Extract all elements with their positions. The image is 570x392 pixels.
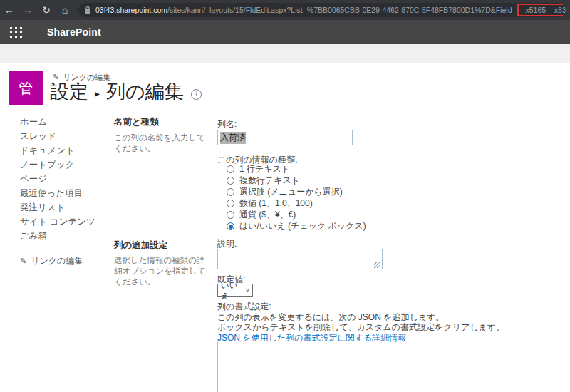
sidebar-item-documents[interactable]: ドキュメント xyxy=(20,143,95,158)
section-title-additional: 列の追加設定 xyxy=(114,239,167,252)
pencil-icon: ✎ xyxy=(20,257,26,266)
radio-single-line-text[interactable]: 1 行テキスト xyxy=(227,164,366,175)
breadcrumb-separator-icon: ▸ xyxy=(95,88,100,99)
radio-yes-no[interactable]: はい/いいえ (チェック ボックス) xyxy=(227,221,366,232)
radio-icon[interactable] xyxy=(227,165,234,173)
address-bar[interactable]: 03f43.sharepoint.com/sites/kanri/_layout… xyxy=(78,3,566,17)
radio-icon-selected[interactable] xyxy=(227,222,234,230)
radio-choice[interactable]: 選択肢 (メニューから選択) xyxy=(227,187,366,197)
sidebar-item-order-list[interactable]: 発注リスト xyxy=(20,200,95,215)
radio-label[interactable]: 複数行テキスト xyxy=(239,175,300,187)
page-title: 設定 ▸ 列の編集 i xyxy=(50,79,202,105)
column-formatting-json-textarea[interactable] xyxy=(217,341,383,392)
chevron-down-icon: ∨ xyxy=(245,287,249,294)
radio-label[interactable]: 数値 (1、1.0、100) xyxy=(239,197,313,210)
info-icon[interactable]: i xyxy=(191,89,202,100)
default-value-selected: いいえ xyxy=(221,280,243,301)
sidebar-item-site-contents[interactable]: サイト コンテンツ xyxy=(20,215,95,229)
column-name-label: 列名: xyxy=(217,118,237,130)
radio-label[interactable]: はい/いいえ (チェック ボックス) xyxy=(239,220,366,232)
url-field-highlight-annotation: _x5165__x8377__x6e08_ xyxy=(517,4,566,16)
radio-icon[interactable] xyxy=(227,211,234,219)
radio-icon[interactable] xyxy=(227,188,234,196)
command-bar-band xyxy=(0,44,570,63)
formatting-instruction-2: ボックスからテキストを削除して、カスタムの書式設定をクリアします。 xyxy=(217,322,504,333)
radio-label[interactable]: 1 行テキスト xyxy=(239,163,290,175)
sidebar-item-thread[interactable]: スレッド xyxy=(20,129,95,143)
section-desc-name-type: この列の名前を入力してください。 xyxy=(114,133,212,154)
sharepoint-title[interactable]: SharePoint xyxy=(47,26,101,38)
page-title-label: 列の編集 xyxy=(106,79,184,105)
column-formatting-block: 列の書式設定: この列の表示を変更するには、次の JSON を追加します。 ボッ… xyxy=(217,301,504,343)
forward-icon[interactable]: → xyxy=(19,0,37,20)
column-type-radio-group: 1 行テキスト 複数行テキスト 選択肢 (メニューから選択) 数値 (1、1.0… xyxy=(227,164,366,232)
radio-currency[interactable]: 通貨 ($、¥、€) xyxy=(227,210,366,220)
section-desc-additional: 選択した情報の種類の詳細オプションを指定してください。 xyxy=(114,255,212,287)
radio-multi-line-text[interactable]: 複数行テキスト xyxy=(227,175,366,186)
url-path: /sites/kanri/_layouts/15/FldEdit.aspx?Li… xyxy=(167,6,517,14)
reload-icon[interactable]: ↻ xyxy=(37,0,56,20)
column-name-input[interactable]: 入荷済 xyxy=(217,130,353,145)
sidebar-item-pages[interactable]: ページ xyxy=(20,172,95,186)
section-title-name-type: 名前と種類 xyxy=(114,116,159,128)
back-icon[interactable]: ← xyxy=(0,0,19,20)
radio-label[interactable]: 選択肢 (メニューから選択) xyxy=(239,186,343,198)
browser-toolbar: ← → ↻ ⌂ 03f43.sharepoint.com/sites/kanri… xyxy=(0,0,570,20)
column-name-value: 入荷済 xyxy=(220,132,246,144)
app-launcher-icon[interactable] xyxy=(10,27,23,38)
breadcrumb-settings-link[interactable]: 設定 xyxy=(50,79,88,105)
edit-links-sidebar-button[interactable]: ✎ リンクの編集 xyxy=(20,255,83,267)
home-icon[interactable]: ⌂ xyxy=(56,0,74,20)
radio-label[interactable]: 通貨 ($、¥、€) xyxy=(239,209,296,221)
radio-icon[interactable] xyxy=(227,200,234,207)
description-textarea[interactable] xyxy=(217,249,383,269)
radio-number[interactable]: 数値 (1、1.0、100) xyxy=(227,198,366,209)
lock-icon xyxy=(84,6,91,14)
sidebar-item-recent[interactable]: 最近使った項目 xyxy=(20,186,95,200)
formatting-instruction-1: この列の表示を変更するには、次の JSON を追加します。 xyxy=(217,312,504,323)
radio-icon[interactable] xyxy=(227,177,234,185)
url-domain: 03f43.sharepoint.com xyxy=(95,6,167,14)
sidebar-item-recycle-bin[interactable]: ごみ箱 xyxy=(20,229,95,243)
edit-links-sidebar-label: リンクの編集 xyxy=(31,255,83,267)
sidebar-item-notebook[interactable]: ノートブック xyxy=(20,158,95,172)
default-value-select[interactable]: いいえ ∨ xyxy=(217,284,253,297)
formatting-label: 列の書式設定: xyxy=(217,301,504,312)
sidebar-item-home[interactable]: ホーム xyxy=(20,115,95,129)
site-logo[interactable]: 管 xyxy=(9,71,43,105)
quick-launch-nav: ホーム スレッド ドキュメント ノートブック ページ 最近使った項目 発注リスト… xyxy=(20,115,95,243)
sharepoint-suite-bar: SharePoint xyxy=(0,20,570,44)
